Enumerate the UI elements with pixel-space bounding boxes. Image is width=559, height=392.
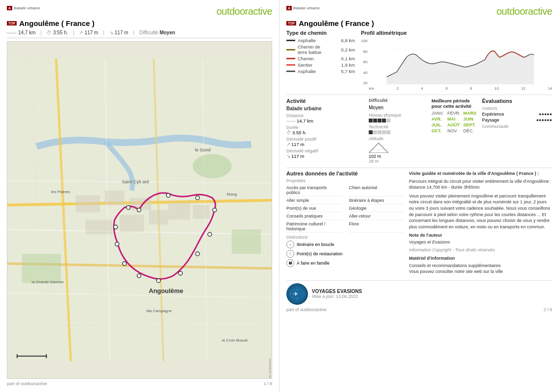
- svg-rect-14: [76, 196, 100, 213]
- svg-point-26: [166, 194, 170, 197]
- period-section: Meilleure période pour cette activité JA…: [432, 98, 478, 164]
- autres-left: Autres données de l'activité Propriétés …: [286, 171, 404, 275]
- desc-text1: Visite guidée et numérotée de la ville d…: [409, 171, 552, 177]
- svg-point-30: [196, 252, 200, 256]
- x-label-km: km: [369, 86, 374, 91]
- chemin-label-1: Chemin deterre battue: [298, 44, 338, 55]
- svg-point-34: [123, 262, 127, 266]
- footer-page-right: 2 / 8: [543, 307, 552, 312]
- svg-point-27: [196, 196, 200, 200]
- elevation-section: Profil altimétrique 100 80 60 40 20: [361, 30, 552, 91]
- niveau-label: Niveau physique: [369, 113, 428, 118]
- dot-5: [386, 119, 390, 122]
- prop-2-right: Géologie: [349, 205, 405, 212]
- activity-descent-row: Dénivelé négatif ↘ 117 m: [286, 148, 365, 159]
- brand-badge-right: A: [286, 6, 292, 10]
- brand-text-right: Balade urbaine: [293, 6, 320, 10]
- dur-val: 3.55 h.: [292, 130, 306, 135]
- svg-point-33: [137, 274, 141, 278]
- x-label-8: 8: [470, 86, 472, 91]
- chemin-elevation-row: Type de chemin Asphalte 6,8 km Chemin de…: [286, 30, 552, 91]
- dist-item-0: ○ Itinéraire en boucle: [286, 241, 404, 248]
- svg-point-32: [156, 279, 160, 283]
- svg-rect-24: [231, 229, 261, 254]
- activity-duration-row: Durée ⏱ 3.55 h.: [286, 125, 365, 135]
- niveau-dots: [369, 119, 428, 122]
- brand-label-right: A Balade urbaine: [286, 6, 320, 10]
- month-janv: JANV.: [432, 111, 446, 116]
- top-badge-left: TOP: [7, 21, 17, 25]
- svg-marker-55: [369, 143, 388, 153]
- duration-value: 3:55 h.: [53, 30, 68, 35]
- page2-footer: part of outdooractive 2 / 8: [286, 307, 552, 312]
- autres-row: Autres données de l'activité Propriétés …: [286, 168, 552, 275]
- x-label-10: 10: [494, 86, 499, 91]
- eval-paysage-stars: ●●●●●●: [536, 118, 552, 122]
- chemin-row-1: Chemin deterre battue 0,2 km: [286, 44, 355, 55]
- author-block: ✈ VOYAGES EVASIONS Mise à jour: 13.06.20…: [286, 280, 552, 305]
- brand-text-left: Balade urbaine: [14, 6, 40, 10]
- t-dot-1: [369, 130, 373, 134]
- y-label-2: 60: [361, 60, 367, 64]
- svg-point-22: [193, 154, 232, 178]
- t-dot-5: [386, 130, 390, 134]
- month-fevr: FÉVR.: [447, 111, 462, 116]
- right-content: Type de chemin Asphalte 6,8 km Chemin de…: [286, 30, 552, 305]
- footer-brand-right: part of outdooractive: [286, 307, 327, 312]
- activity-distance-row: Distance —— 14,7 km: [286, 113, 365, 123]
- author-date-label: Mise à jour:: [312, 294, 335, 299]
- dist-item-2: 👨‍👩‍👧 À faire en famille: [286, 259, 404, 267]
- chemin-row-3: Sentier 1,9 km: [286, 62, 355, 68]
- svg-point-28: [213, 208, 217, 212]
- title-row-left: TOP Angoulême ( France ): [7, 19, 272, 27]
- page1-footer: part of outdooractive 1 / 8: [7, 381, 272, 386]
- chemin-row-4: Asphalte 5,7 km: [286, 69, 355, 74]
- y-label-0: 100: [361, 39, 367, 43]
- svg-text:Etang: Etang: [227, 192, 237, 196]
- svg-point-29: [208, 232, 212, 236]
- author-svg: ✈: [287, 284, 307, 304]
- t-dot-4: [382, 130, 386, 134]
- x-label-2: 2: [397, 86, 399, 91]
- ascent-icon2: ↗: [286, 142, 290, 147]
- t-dot-3: [378, 130, 381, 134]
- alt-min: 28 m: [369, 159, 379, 164]
- t-dot-2: [373, 130, 377, 134]
- chemin-dist-0: 6,8 km: [341, 38, 355, 43]
- svg-point-36: [114, 225, 118, 229]
- svg-rect-19: [149, 210, 168, 225]
- eval-auteurs: Auteurs: [482, 106, 552, 111]
- month-oct: OCT.: [432, 128, 446, 133]
- svg-point-35: [115, 242, 119, 246]
- map-svg: Angoulême Saint-Cyb ard les Plaines la G…: [7, 42, 272, 378]
- ascent-value: 117 m: [84, 30, 98, 35]
- month-juil: JUIL.: [432, 122, 446, 127]
- month-grid: JANV. FÉVR. MARS AVR. MAI JUIN JUIL. AOÛ…: [432, 111, 478, 133]
- altitude-svg: [369, 142, 388, 153]
- dist-val: 14,7 km: [297, 118, 313, 123]
- svg-rect-15: [105, 191, 125, 205]
- desc-label: Dénivelé négatif: [286, 148, 365, 153]
- top-badge-right: TOP: [286, 21, 296, 25]
- desc-section: Visite guidée et numérotée de la ville d…: [409, 171, 552, 275]
- chemin-dist-2: 0,1 km: [341, 56, 355, 61]
- prop-0-left: Accès par transports publics: [286, 184, 342, 196]
- y-label-3: 40: [361, 71, 367, 75]
- dist-text-0: Itinéraire en boucle: [297, 242, 334, 247]
- chemin-label-4: Asphalte: [298, 69, 338, 74]
- distance-icon: ——: [7, 30, 17, 35]
- svg-text:© OpenStreetMap contributors: © OpenStreetMap contributors: [268, 359, 271, 378]
- svg-text:Ma Campagne: Ma Campagne: [146, 309, 172, 313]
- chemin-title: Type de chemin: [286, 30, 355, 36]
- page-2: A Balade urbaine outdooractive TOP Angou…: [280, 0, 559, 392]
- svg-point-31: [178, 271, 182, 275]
- page2-title: Angoulême ( France ): [299, 19, 374, 27]
- clock-icon: ⏱: [47, 30, 51, 35]
- asc-label: Dénivelé positif: [286, 137, 365, 142]
- author-info: VOYAGES EVASIONS Mise à jour: 13.06.2022: [312, 289, 362, 299]
- ascent-icon: ↗: [79, 30, 83, 35]
- tech-dots: [369, 130, 428, 134]
- month-juin: JUIN: [463, 117, 478, 122]
- svg-point-25: [137, 208, 141, 212]
- month-mai: MAI: [447, 117, 462, 122]
